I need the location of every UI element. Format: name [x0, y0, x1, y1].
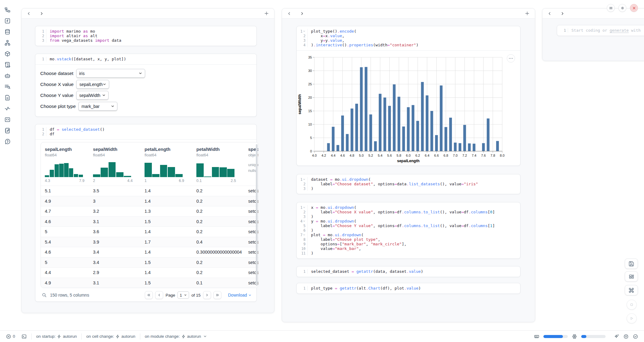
code-editor-dataset[interactable]: 1dataset = mo.ui.dropdown(2 label="Choos… [297, 174, 520, 194]
zap-icon [181, 334, 186, 339]
line-number: 5 [297, 223, 308, 228]
layout-button[interactable] [625, 271, 638, 282]
scroll-icon[interactable] [4, 61, 11, 68]
fold-chevron-icon[interactable] [303, 233, 306, 236]
code-editor-selected[interactable]: 1selected_dataset = getattr(data, datase… [297, 266, 520, 277]
code-editor-placeholder[interactable]: 1Start coding or generate with [557, 25, 644, 36]
line-number: 1 [297, 29, 308, 34]
table-row[interactable]: 53.41.50.2setos [41, 257, 258, 268]
panel-prev-icon[interactable] [27, 12, 31, 16]
dropdown-select-sepalWidth[interactable]: sepalWidth [76, 91, 109, 100]
code-editor-plot[interactable]: 1plot_type().encode(2 x=x.value,3 y=y.va… [297, 26, 520, 50]
run-button[interactable] [627, 313, 637, 323]
sidebar-rail [0, 0, 15, 329]
altair-bar-chart[interactable]: 4.04.24.44.64.85.05.25.45.65.86.06.26.46… [297, 51, 521, 166]
next-page-icon[interactable] [203, 291, 211, 299]
table-row[interactable]: 5.43.91.70.4setos [41, 237, 258, 247]
fold-chevron-icon[interactable] [303, 30, 306, 33]
code-editor-imports[interactable]: 1import marimo as mo2import altair as al… [35, 26, 256, 46]
table-cell: 1.4 [141, 188, 192, 193]
code-line: 1Start coding or generate with [557, 28, 644, 33]
panel-prev-icon[interactable] [548, 12, 552, 16]
code-line: 2import altair as alt [35, 34, 256, 38]
panel-next-icon[interactable] [560, 12, 564, 16]
fold-chevron-icon[interactable] [303, 220, 306, 223]
settings-gear-icon[interactable] [618, 4, 626, 12]
table-row[interactable]: 4.93.11.50.1setos [41, 278, 258, 288]
runtime-config-on-startup[interactable]: on startup:autorun [36, 334, 77, 339]
page-select[interactable]: 1 [177, 291, 189, 299]
download-button[interactable]: Download [228, 293, 252, 297]
table-summary: 150 rows, 5 columns [50, 293, 89, 297]
runtime-config-on-module-change[interactable]: on module change:autorun [145, 334, 207, 339]
table-row[interactable]: 4.42.91.40.2setos [41, 267, 258, 278]
chat-bot-icon[interactable] [4, 72, 11, 79]
panel-prev-icon[interactable] [287, 12, 291, 16]
last-page-icon[interactable] [213, 291, 221, 299]
table-row[interactable]: 5.13.51.40.2setos [41, 186, 258, 196]
table-column-header-petalLength[interactable]: petalLengthfloat6416.9 [141, 147, 192, 186]
list-search-icon[interactable] [4, 83, 11, 90]
code-editor-vstack[interactable]: 1mo.vstack([dataset, x, y, plot]) [35, 54, 256, 64]
code-editor-df[interactable]: 1df = selected_dataset()2df [35, 124, 256, 139]
runtime-config-on-cell-change[interactable]: on cell change:autorun [86, 334, 135, 339]
fold-chevron-icon[interactable] [303, 178, 306, 181]
first-page-icon[interactable] [145, 291, 153, 299]
vega-actions-icon[interactable] [507, 54, 515, 62]
help-circle-icon[interactable] [4, 138, 11, 145]
add-cell-icon[interactable] [264, 11, 269, 16]
table-scrollbar[interactable] [256, 144, 258, 286]
database-icon[interactable] [4, 28, 11, 35]
file-tree-icon[interactable] [4, 6, 11, 13]
prev-page-icon[interactable] [155, 291, 163, 299]
code-line: 1plot_type = getattr(alt.Chart(df), plot… [297, 286, 520, 290]
dropdown-select-iris[interactable]: iris [76, 69, 145, 78]
close-icon[interactable] [630, 4, 638, 12]
code-editor-plottype[interactable]: 1plot_type = getattr(alt.Chart(df), plot… [297, 283, 520, 294]
function-square-icon[interactable] [4, 17, 11, 24]
notebook-panel-middle: 1plot_type().encode(2 x=x.value,3 y=y.va… [282, 8, 535, 322]
dropdown-select-mark_bar[interactable]: mark_bar [78, 102, 117, 111]
svg-text:sepalLength: sepalLength [397, 159, 420, 163]
sitemap-icon[interactable] [4, 39, 11, 46]
table-column-header-sepalLength[interactable]: sepalLengthfloat644.37.9 [41, 147, 89, 186]
table-row[interactable]: 4.931.40.2setos [41, 196, 258, 206]
package-icon[interactable] [4, 50, 11, 57]
dropdown-select-sepalLength[interactable]: sepalLength [76, 80, 109, 89]
dropdown-value: sepalLength [79, 82, 102, 87]
fold-chevron-icon[interactable] [303, 206, 306, 209]
svg-text:35: 35 [308, 55, 312, 59]
table-row[interactable]: 4.63.41.40.30000000000000004setos [41, 247, 258, 257]
zap-icon [116, 334, 120, 339]
table-cell: 1.4 [141, 229, 192, 234]
table-row[interactable]: 53.61.40.2setos [41, 226, 258, 237]
search-icon[interactable] [42, 293, 47, 297]
histogram-bar [50, 170, 54, 177]
sparkles-icon[interactable] [614, 334, 619, 339]
code-editor-xyplot[interactable]: 1x = mo.ui.dropdown(2 label="Choose X va… [297, 202, 520, 258]
table-column-header-sepalWidth[interactable]: sepalWidthfloat6424.4 [89, 147, 141, 186]
notebook-pen-icon[interactable] [4, 127, 11, 134]
terminal-icon[interactable] [21, 334, 27, 339]
stop-button[interactable] [627, 300, 637, 310]
table-row[interactable]: 4.63.11.50.2setos [41, 216, 258, 227]
panel-next-icon[interactable] [300, 12, 304, 16]
dataframe-table: sepalLengthfloat644.37.9sepalWidthfloat6… [41, 142, 259, 288]
dropdown-label: Choose plot type [40, 104, 76, 109]
save-button[interactable] [625, 258, 638, 269]
histogram-bar [55, 164, 59, 177]
table-row[interactable]: 4.73.21.30.2setos [41, 206, 258, 216]
svg-text:6.2: 6.2 [415, 154, 420, 157]
add-cell-icon[interactable] [525, 11, 530, 16]
panel-next-icon[interactable] [40, 12, 44, 16]
menu-icon[interactable] [607, 4, 615, 12]
command-palette-button[interactable] [625, 285, 638, 295]
activity-icon[interactable] [4, 105, 11, 112]
error-circle-icon[interactable] [6, 334, 11, 339]
check-circle-icon[interactable] [633, 334, 638, 339]
page-select-value: 1 [180, 293, 182, 297]
file-text-icon[interactable] [4, 94, 11, 101]
code-square-icon[interactable] [4, 116, 11, 123]
marimo-cloud-icon[interactable] [623, 334, 629, 339]
table-column-header-petalWidth[interactable]: petalWidthfloat640.12.5 [192, 147, 244, 186]
